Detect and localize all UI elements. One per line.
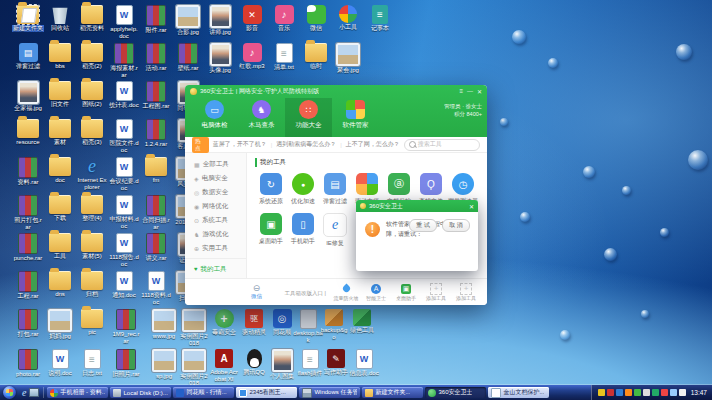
close-icon[interactable]: ✕ (477, 88, 482, 95)
tool-shortcut[interactable]: ▤ 弹窗过滤 (319, 173, 351, 206)
desktop-icon[interactable]: 旧文件 (44, 81, 76, 108)
desktop-icon[interactable]: 活动.rar (140, 43, 172, 72)
desktop-icon[interactable]: fm (140, 157, 172, 184)
desktop-icon[interactable]: 医院文件.doc (108, 119, 140, 154)
tool-shortcut[interactable]: ▯ 手机助手 (287, 213, 319, 248)
desktop-icon[interactable]: 新建文件夹 (12, 5, 44, 32)
desktop-icon[interactable]: 1118资料.doc (140, 271, 172, 306)
sidebar-category-item[interactable]: ♞ 游戏优化 (185, 227, 246, 241)
desktop-icon[interactable]: 音乐 (268, 5, 300, 32)
footer-tool[interactable]: 智能卫士 (363, 283, 389, 301)
desktop-icon[interactable]: 海报素材.rar (108, 43, 140, 79)
desktop-icon[interactable]: Internet Explorer (76, 157, 108, 191)
desktop-icon[interactable]: dns (44, 271, 76, 298)
sidebar-item-my-tools[interactable]: ♥ 我的工具 (185, 258, 246, 276)
desktop-icon[interactable]: 记事本 (364, 5, 396, 32)
desktop-icon[interactable]: doc (44, 157, 76, 184)
desktop-icon[interactable]: 图纸(2) (76, 81, 108, 108)
tray-icon[interactable] (607, 389, 614, 396)
desktop-icon[interactable]: 聚会.jpg (332, 43, 364, 74)
sidebar-category-item[interactable]: ▦ 全部工具 (185, 157, 246, 171)
desktop-icon[interactable]: 工程.rar (12, 271, 44, 300)
taskbar-window-button[interactable]: 金山文档保护... (488, 387, 549, 398)
tool-shortcut[interactable]: ▣ 桌面助手 (255, 213, 287, 248)
tray-icon[interactable] (616, 389, 623, 396)
desktop-icon[interactable]: 1118报告.doc (108, 233, 140, 268)
desktop-icon[interactable]: 红歌.mp3 (236, 43, 268, 70)
desktop-icon[interactable]: 工程图.rar (140, 81, 172, 110)
desktop-icon[interactable]: 附件.rar (140, 5, 172, 34)
cancel-button[interactable]: 取 消 (442, 219, 470, 232)
nav-tab[interactable]: ▭ 电脑体检 (191, 98, 238, 137)
desktop-icon[interactable]: 稻壳资料 (76, 5, 108, 32)
main-menu-icon[interactable]: ≡ (459, 88, 463, 95)
tray-icon[interactable] (598, 389, 605, 396)
desktop-icon[interactable]: sp.jpg (148, 349, 180, 380)
desktop-icon[interactable]: 素材 (44, 119, 76, 146)
sidebar-category-item[interactable]: ⊙ 系统工具 (185, 213, 246, 227)
desktop-icon[interactable]: www.jpg (148, 309, 180, 340)
desktop-icon[interactable]: 小工具 (332, 5, 364, 31)
tool-shortcut[interactable]: ↻ 系统还原 (255, 173, 287, 206)
tool-shortcut[interactable]: e IE修复 (319, 213, 351, 248)
desktop-icon[interactable]: 实例图片2018 (178, 309, 210, 347)
desktop-icon[interactable]: 通知.doc (108, 271, 140, 299)
tool-search-input[interactable]: 搜索工具 (404, 139, 480, 151)
hot-question-2[interactable]: 遇到勒索病毒怎么办？ (276, 140, 336, 149)
desktop-icon[interactable]: applyhelp.doc (108, 5, 140, 40)
desktop-icon[interactable]: 下载 (44, 195, 76, 222)
desktop-icon[interactable]: 讲师.jpg (204, 5, 236, 36)
desktop-icon[interactable]: photo.rar (12, 349, 44, 378)
sidebar-category-item[interactable]: ◉ 网络优化 (185, 199, 246, 213)
desktop-icon[interactable]: 实例图片2018 (178, 349, 210, 387)
toolbox-entry-link[interactable]: 工具箱改版入口 | (285, 290, 326, 301)
hot-question-1[interactable]: 蓝屏了，开不了机？ (213, 140, 267, 149)
desktop-icon[interactable]: 头像.jpg (204, 43, 236, 74)
minimize-icon[interactable]: — (467, 88, 473, 95)
desktop-icon[interactable]: pic (76, 309, 108, 336)
retry-button[interactable]: 重 试 (409, 219, 437, 232)
nav-tab[interactable]: ∷ 功能大全 (285, 98, 332, 137)
desktop-icon[interactable]: 统计表.doc (108, 81, 140, 109)
tray-icon[interactable] (661, 389, 668, 396)
footer-tool[interactable]: 流量防火墙 (333, 283, 359, 301)
desktop-icon[interactable]: 稻壳(3) (76, 119, 108, 146)
footer-tool[interactable]: 添加工具 (423, 283, 449, 301)
tray-icon[interactable] (634, 389, 641, 396)
desktop-icon[interactable]: 信息表.doc (348, 349, 380, 377)
tray-icon[interactable] (670, 389, 677, 396)
desktop-icon[interactable]: 绿色工具 (346, 309, 378, 334)
tool-shortcut[interactable]: ● 优化加速 (287, 173, 319, 206)
taskbar-window-button[interactable]: 手机相册 - 资料... (47, 387, 108, 398)
desktop-icon[interactable]: 合影.jpg (172, 5, 204, 36)
desktop-icon[interactable]: 说明.doc (44, 349, 76, 377)
desktop-icon[interactable]: 壁纸.rar (172, 43, 204, 72)
tray-icon[interactable] (643, 389, 650, 396)
user-info[interactable]: 管理员 · 徐女士 积分 8400+ (444, 102, 482, 119)
desktop-icon[interactable]: 日志.txt (76, 349, 108, 377)
desktop-icon[interactable]: punche.rar (12, 233, 44, 262)
taskbar-window-button[interactable]: 360安全卫士 (425, 387, 486, 398)
desktop-icon[interactable]: 毒霸安全 (208, 309, 240, 336)
hot-question-3[interactable]: 上不了网，怎么办？ (346, 140, 400, 149)
desktop-icon[interactable]: 整理(4) (76, 195, 108, 222)
desktop-icon[interactable]: 稻壳(2) (76, 43, 108, 70)
desktop-icon[interactable]: 清单.txt (268, 43, 300, 71)
show-desktop-icon[interactable] (29, 388, 39, 397)
desktop-icon[interactable]: Adobe Acrobat XI (208, 349, 240, 383)
desktop-icon[interactable]: 会议纪要.doc (108, 157, 140, 192)
desktop-icon[interactable]: bbs (44, 43, 76, 70)
desktop-icon[interactable]: 旧照片.rar (110, 349, 142, 378)
desktop-icon[interactable]: 合同扫描.rar (140, 195, 172, 231)
dialog-close-icon[interactable]: ✕ (469, 203, 474, 210)
desktop-icon[interactable]: 讲义.rar (140, 233, 172, 262)
taskbar-window-button[interactable]: Local Disk (D:)... (110, 387, 171, 398)
taskbar-window-button[interactable]: Windows 任务管理器 (299, 387, 360, 398)
dialog-titlebar[interactable]: 360安全卫士 ✕ (356, 200, 478, 212)
desktop-icon[interactable]: 1.2.4.rar (140, 119, 172, 148)
desktop-icon[interactable]: 照片打包.rar (12, 195, 44, 231)
window-titlebar[interactable]: 360安全卫士 | 网络安全·守护人民防线特别版 ≡ — ✕ (185, 85, 487, 98)
tray-icon[interactable] (625, 389, 632, 396)
start-button[interactable] (3, 386, 16, 399)
nav-tab[interactable]: 软件管家 (332, 98, 379, 137)
